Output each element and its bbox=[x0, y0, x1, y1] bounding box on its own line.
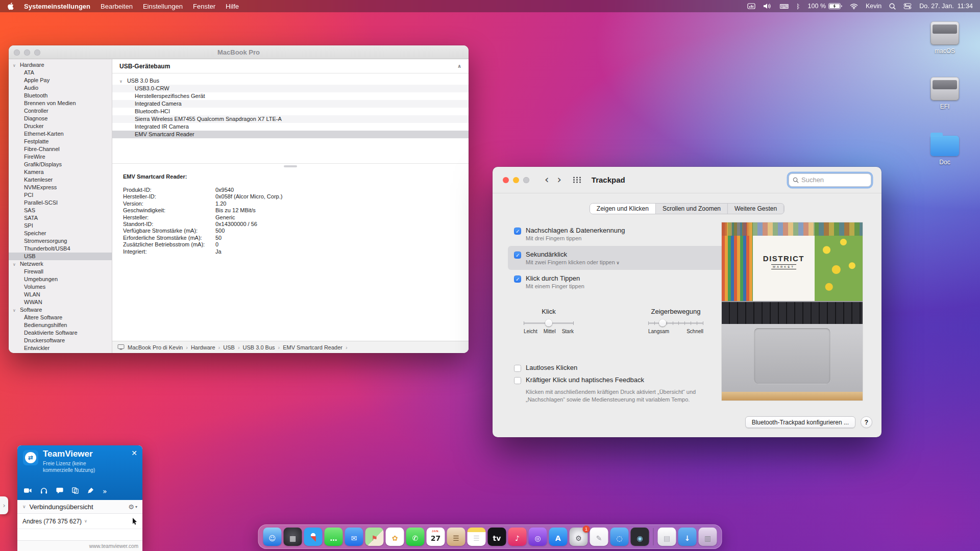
sidebar-item[interactable]: Audio bbox=[9, 84, 112, 92]
zoom-button[interactable] bbox=[523, 177, 529, 183]
checkbox[interactable] bbox=[514, 252, 521, 259]
checkbox[interactable] bbox=[514, 377, 521, 384]
chevron-down-icon[interactable]: ∨ bbox=[84, 519, 87, 523]
dock-item-maps[interactable]: ⚑ bbox=[365, 528, 384, 546]
dock-item-photos[interactable]: ✿ bbox=[386, 528, 404, 546]
sidebar-item[interactable]: Software bbox=[9, 306, 112, 314]
dock-item-calendar[interactable]: JAN. 27 bbox=[427, 528, 445, 546]
dock-item-podcasts[interactable]: ◎ bbox=[529, 528, 547, 546]
device-tree-row[interactable]: USB 3.0 Bus bbox=[112, 77, 469, 85]
click-pressure-slider[interactable] bbox=[524, 319, 574, 327]
sidebar-item[interactable]: Speicher bbox=[9, 230, 112, 237]
teamviewer-website[interactable]: www.teamviewer.com bbox=[89, 543, 138, 549]
dock-item-downloads[interactable]: ↓ bbox=[678, 528, 697, 546]
sidebar-item[interactable]: Netzwerk bbox=[9, 260, 112, 268]
option-sublabel[interactable]: Mit zwei Fingern klicken oder tippen bbox=[526, 259, 620, 265]
tracking-speed-slider[interactable] bbox=[648, 319, 703, 327]
desktop-icon[interactable]: macOS bbox=[922, 21, 968, 55]
bluetooth-icon[interactable]: ᛒ bbox=[796, 3, 800, 10]
sidebar-item[interactable]: USB bbox=[9, 253, 112, 260]
connection-item[interactable]: Andres (776 375 627) ∨ bbox=[17, 514, 142, 529]
sidebar-item[interactable]: PCI bbox=[9, 191, 112, 199]
minimize-button[interactable] bbox=[513, 177, 519, 183]
breadcrumb-item[interactable]: Hardware bbox=[191, 344, 223, 350]
forward-button[interactable]: › bbox=[553, 174, 565, 185]
sidebar-item[interactable]: SPI bbox=[9, 222, 112, 230]
sidebar-item[interactable]: Festplatte bbox=[9, 138, 112, 145]
search-field[interactable] bbox=[789, 173, 871, 187]
dock-item-documents[interactable]: ▤ bbox=[658, 528, 676, 546]
sidebar-item[interactable]: Hardware bbox=[9, 61, 112, 69]
menu-item[interactable]: Einstellungen bbox=[143, 3, 183, 10]
sidebar-item[interactable]: Diagnose bbox=[9, 115, 112, 122]
menu-item[interactable]: Bearbeiten bbox=[101, 3, 133, 10]
sidebar-item[interactable]: FireWire bbox=[9, 153, 112, 161]
dock-item-finder[interactable]: ☺ bbox=[263, 528, 282, 546]
desktop-icon[interactable]: Doc bbox=[922, 133, 968, 166]
sidebar-item[interactable]: Bedienungshilfen bbox=[9, 321, 112, 329]
dock-item-preview[interactable]: ◌ bbox=[610, 528, 629, 546]
slider-thumb[interactable] bbox=[545, 319, 552, 327]
spotlight-icon[interactable] bbox=[889, 3, 896, 10]
close-button[interactable] bbox=[14, 49, 20, 56]
file-transfer-icon[interactable] bbox=[72, 487, 79, 495]
back-button[interactable]: ‹ bbox=[541, 174, 553, 185]
gesture-option-row[interactable]: Sekundärklick Mit zwei Fingern klicken o… bbox=[508, 246, 724, 270]
sidebar-item[interactable]: Stromversorgung bbox=[9, 237, 112, 245]
chat-icon[interactable] bbox=[56, 487, 63, 495]
sidebar-item[interactable]: Umgebungen bbox=[9, 276, 112, 283]
volume-icon[interactable] bbox=[763, 3, 772, 9]
breadcrumb-item[interactable]: MacBook Pro di Kevin bbox=[128, 344, 191, 350]
tab[interactable]: Weitere Gesten bbox=[728, 204, 784, 214]
video-call-icon[interactable] bbox=[24, 488, 32, 495]
device-tree-row[interactable]: Herstellerspezifisches Gerät bbox=[112, 92, 469, 100]
app-menu-title[interactable]: Systemeinstellungen bbox=[24, 3, 90, 10]
option-sublabel[interactable]: Mit einem Finger tippen bbox=[526, 283, 584, 289]
system-info-titlebar[interactable]: MacBook Pro bbox=[9, 45, 469, 59]
sidebar-item[interactable]: Ethernet-Karten bbox=[9, 130, 112, 138]
dock-item-contacts[interactable]: ☰ bbox=[447, 528, 465, 546]
sidebar-item[interactable]: Apple Pay bbox=[9, 77, 112, 84]
dock-item-music[interactable]: ♪ bbox=[508, 528, 527, 546]
device-tree-row[interactable]: Integrated IR Camera bbox=[112, 123, 469, 131]
tab[interactable]: Scrollen und Zoomen bbox=[656, 204, 728, 214]
gear-icon[interactable]: ⚙ bbox=[128, 503, 134, 511]
sidebar-item[interactable]: Ältere Software bbox=[9, 314, 112, 321]
extra-option-row[interactable]: Lautloses Klicken bbox=[508, 362, 732, 374]
whiteboard-icon[interactable] bbox=[87, 487, 94, 495]
device-tree-row[interactable]: Bluetooth-HCI bbox=[112, 108, 469, 115]
breadcrumb-item[interactable]: USB 3.0 Bus bbox=[243, 344, 283, 350]
sidebar-item[interactable]: Controller bbox=[9, 107, 112, 115]
control-center-icon[interactable] bbox=[903, 3, 912, 9]
disclosure-icon[interactable]: ∨ bbox=[22, 504, 26, 509]
help-button[interactable]: ? bbox=[861, 416, 872, 428]
sidebar-item[interactable]: WLAN bbox=[9, 291, 112, 298]
apple-menu[interactable] bbox=[7, 3, 14, 10]
teamviewer-edge-tab[interactable]: › bbox=[0, 496, 8, 514]
breadcrumb-item[interactable]: USB bbox=[223, 344, 242, 350]
gesture-option-row[interactable]: Klick durch Tippen Mit einem Finger tipp… bbox=[508, 270, 724, 294]
dock-item-system-preferences[interactable]: ⚙ 1 bbox=[570, 528, 588, 546]
sidebar-item[interactable]: Bluetooth bbox=[9, 92, 112, 99]
headset-icon[interactable] bbox=[40, 487, 47, 495]
sidebar-item[interactable]: SATA bbox=[9, 214, 112, 222]
sidebar-item[interactable]: Entwickler bbox=[9, 344, 112, 352]
sidebar-item[interactable]: ATA bbox=[9, 69, 112, 77]
sidebar-item[interactable]: Firewall bbox=[9, 268, 112, 276]
device-tree-row[interactable]: USB3.0-CRW bbox=[112, 85, 469, 92]
sidebar-item[interactable]: NVMExpress bbox=[9, 184, 112, 191]
keyboard-icon[interactable]: ⌨ bbox=[779, 3, 789, 10]
dock-item-mail[interactable]: ✉ bbox=[345, 528, 363, 546]
dock-item-trash[interactable]: ▥ bbox=[699, 528, 717, 546]
battery-indicator[interactable]: 100 % bbox=[808, 3, 842, 10]
device-tree-row[interactable]: Sierra Wireless EM7455 Qualcomm Snapdrag… bbox=[112, 115, 469, 123]
connect-cursor-icon[interactable] bbox=[132, 518, 137, 525]
pane-splitter[interactable] bbox=[112, 163, 469, 168]
stats-icon[interactable] bbox=[747, 3, 755, 9]
tab[interactable]: Zeigen und Klicken bbox=[590, 204, 656, 214]
sidebar-item[interactable]: Parallel-SCSI bbox=[9, 199, 112, 207]
dock-item-notes[interactable]: ☰ bbox=[468, 528, 486, 546]
checkbox[interactable] bbox=[514, 365, 521, 372]
zoom-button[interactable] bbox=[34, 49, 40, 56]
configure-bluetooth-trackpad-button[interactable]: Bluetooth-Trackpad konfigurieren ... bbox=[745, 416, 855, 428]
